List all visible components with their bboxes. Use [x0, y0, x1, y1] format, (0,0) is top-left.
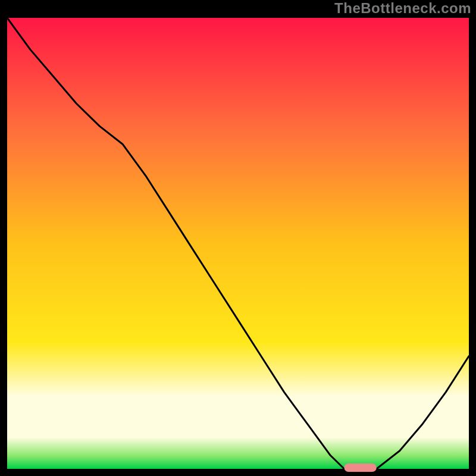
optimal-range-marker — [345, 464, 377, 472]
plot-background — [7, 18, 469, 469]
gradient-plot — [0, 0, 476, 476]
watermark-text: TheBottleneck.com — [334, 0, 471, 17]
chart-canvas: TheBottleneck.com — [0, 0, 476, 476]
